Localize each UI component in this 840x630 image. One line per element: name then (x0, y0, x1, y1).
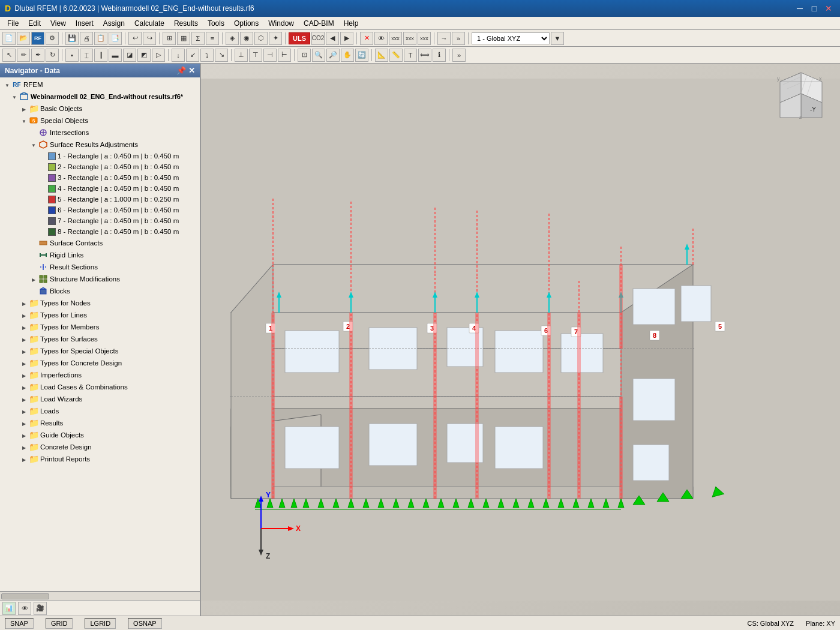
node-btn[interactable]: • (65, 49, 79, 62)
tree-blocks[interactable]: Blocks (0, 285, 200, 297)
cross-btn[interactable]: ✕ (360, 32, 373, 45)
tree-types-nodes[interactable]: 📁 Types for Nodes (0, 297, 200, 309)
minimize-button[interactable]: ─ (793, 2, 806, 15)
shape-btn[interactable]: ◪ (123, 49, 136, 62)
table-btn[interactable]: ▦ (177, 32, 190, 45)
print-btn[interactable]: 🖨 (80, 32, 93, 45)
redo-btn[interactable]: ↪ (143, 32, 156, 45)
menu-tools[interactable]: Tools (203, 17, 229, 29)
scrollbar-thumb[interactable] (1, 593, 49, 599)
viewport-3d[interactable]: 1 2 3 4 5 6 7 8 (201, 64, 840, 616)
tree-special-objects[interactable]: S Special Objects (0, 115, 200, 127)
zoom-out-btn[interactable]: 🔎 (326, 49, 340, 62)
open-btn[interactable]: 📂 (17, 32, 30, 45)
view3-btn[interactable]: ⬡ (254, 32, 268, 45)
xxx2-btn[interactable]: xxx (403, 32, 416, 45)
navigation-cube[interactable]: -Y x z y (774, 70, 828, 124)
nav-display-btn[interactable]: 👁 (18, 602, 31, 615)
rfem-logo-btn[interactable]: RF (31, 32, 44, 45)
rotate-btn[interactable]: ↻ (46, 49, 59, 62)
co2-combo[interactable]: CO2 (311, 32, 325, 45)
load-btn[interactable]: ↘ (215, 49, 228, 62)
save-btn[interactable]: 💾 (65, 32, 79, 45)
grid-btn[interactable]: ⊞ (163, 32, 176, 45)
tree-loads[interactable]: 📁 Loads (0, 405, 200, 417)
tree-types-lines[interactable]: 📁 Types for Lines (0, 309, 200, 321)
menu-assign[interactable]: Assign (98, 17, 130, 29)
load-line-btn[interactable]: ↙ (186, 49, 199, 62)
arrow-btn[interactable]: → (437, 32, 451, 45)
tree-load-cases[interactable]: 📁 Load Cases & Combinations (0, 381, 200, 393)
nav-tree[interactable]: RF RFEM Webinarmodell 02_ENG_End-without… (0, 77, 200, 591)
menu-view[interactable]: View (46, 17, 71, 29)
shape3-btn[interactable]: ▷ (152, 49, 165, 62)
fea-btn[interactable]: ≡ (206, 32, 219, 45)
tree-rect-3[interactable]: 3 - Rectangle | a : 0.450 m | b : 0.450 … (0, 172, 200, 183)
print2-btn[interactable]: 📋 (94, 32, 107, 45)
lgrid-status[interactable]: LGRID (85, 618, 116, 629)
tree-types-surfaces[interactable]: 📁 Types for Surfaces (0, 333, 200, 345)
coord-expand[interactable]: ▼ (551, 32, 564, 45)
tree-results[interactable]: 📁 Results (0, 417, 200, 429)
xxx3-btn[interactable]: xxx (418, 32, 431, 45)
coord-system-combo[interactable]: 1 - Global XYZ (472, 32, 550, 44)
nav-horizontal-scrollbar[interactable] (0, 592, 200, 600)
zoom-fit-btn[interactable]: ⊡ (298, 49, 311, 62)
osnap-status[interactable]: OSNAP (128, 618, 162, 629)
maximize-button[interactable]: □ (808, 2, 821, 15)
tree-rect-6[interactable]: 6 - Rectangle | a : 0.450 m | b : 0.450 … (0, 205, 200, 215)
menu-results[interactable]: Results (169, 17, 203, 29)
shape2-btn[interactable]: ◩ (137, 49, 151, 62)
column-btn[interactable]: ❙ (94, 49, 107, 62)
tree-concrete-design[interactable]: 📁 Concrete Design (0, 441, 200, 453)
close-button[interactable]: ✕ (822, 2, 835, 15)
tree-guide-objects[interactable]: 📁 Guide Objects (0, 429, 200, 441)
tree-result-sections[interactable]: Result Sections (0, 261, 200, 273)
more-btn[interactable]: » (452, 32, 465, 45)
nav-close-btn[interactable]: ✕ (188, 66, 195, 75)
zoom-in-btn[interactable]: 🔍 (312, 49, 325, 62)
measure-btn[interactable]: 📐 (375, 49, 388, 62)
member-btn[interactable]: ⌶ (80, 49, 93, 62)
new-btn[interactable]: 📄 (2, 32, 16, 45)
menu-window[interactable]: Window (263, 17, 299, 29)
hinges-btn[interactable]: ⊢ (278, 49, 291, 62)
tree-intersections[interactable]: Intersections (0, 127, 200, 139)
xxx1-btn[interactable]: xxx (389, 32, 402, 45)
load-node-btn[interactable]: ↓ (172, 49, 185, 62)
support-btn[interactable]: ⊥ (235, 49, 248, 62)
support3-btn[interactable]: ⊣ (263, 49, 277, 62)
nav-view-btn[interactable]: 🎥 (34, 602, 47, 615)
menu-cad-bim[interactable]: CAD-BIM (299, 17, 339, 29)
print3-btn[interactable]: 📑 (109, 32, 122, 45)
tree-types-concrete[interactable]: 📁 Types for Concrete Design (0, 357, 200, 369)
eye-btn[interactable]: 👁 (374, 32, 388, 45)
tree-rect-1[interactable]: 1 - Rectangle | a : 0.450 m | b : 0.450 … (0, 151, 200, 161)
text-btn[interactable]: T (404, 49, 417, 62)
dim-btn[interactable]: ⟺ (418, 49, 431, 62)
tree-model[interactable]: Webinarmodell 02_ENG_End-without results… (0, 91, 200, 103)
tree-rect-2[interactable]: 2 - Rectangle | a : 0.450 m | b : 0.450 … (0, 161, 200, 172)
display-btn[interactable]: ◈ (226, 32, 239, 45)
tree-rect-7[interactable]: 7 - Rectangle | a : 0.450 m | b : 0.450 … (0, 215, 200, 226)
support2-btn[interactable]: ⊤ (249, 49, 262, 62)
grid-status[interactable]: GRID (46, 618, 73, 629)
tree-surface-contacts[interactable]: Surface Contacts (0, 237, 200, 249)
tree-rect-8[interactable]: 8 - Rectangle | a : 0.450 m | b : 0.450 … (0, 226, 200, 237)
tree-rect-4[interactable]: 4 - Rectangle | a : 0.450 m | b : 0.450 … (0, 183, 200, 194)
nav-data-btn[interactable]: 📊 (2, 602, 16, 615)
tree-surface-results[interactable]: Surface Results Adjustments (0, 139, 200, 151)
tree-basic-objects[interactable]: 📁 Basic Objects (0, 103, 200, 115)
prop-btn[interactable]: ℹ (433, 49, 446, 62)
annotate-btn[interactable]: 📏 (389, 49, 403, 62)
render-btn[interactable]: ◉ (240, 32, 253, 45)
tree-printout-reports[interactable]: 📁 Printout Reports (0, 453, 200, 465)
next-btn[interactable]: ▶ (340, 32, 353, 45)
tree-rfem[interactable]: RF RFEM (0, 79, 200, 91)
settings-btn[interactable]: ⚙ (46, 32, 59, 45)
menu-help[interactable]: Help (339, 17, 364, 29)
snap-btn[interactable]: ✦ (269, 32, 282, 45)
pan-btn[interactable]: ✋ (341, 49, 354, 62)
menu-edit[interactable]: Edit (23, 17, 46, 29)
menu-calculate[interactable]: Calculate (130, 17, 169, 29)
